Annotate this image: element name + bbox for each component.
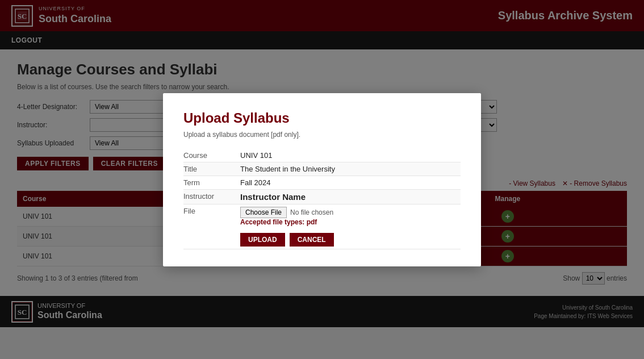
upload-syllabus-modal: Upload Syllabus Upload a syllabus docume…: [163, 93, 481, 266]
modal-course-value: UNIV 101: [240, 149, 461, 162]
modal-overlay: Upload Syllabus Upload a syllabus docume…: [0, 0, 644, 359]
accepted-file-types: Accepted file types: pdf: [240, 218, 461, 226]
modal-file-row: File Choose File No file chosen Accepted…: [183, 204, 461, 249]
choose-file-button[interactable]: Choose File: [240, 207, 287, 218]
upload-button[interactable]: UPLOAD: [240, 233, 285, 247]
file-no-chosen: No file chosen: [290, 208, 333, 216]
modal-file-cell: Choose File No file chosen Accepted file…: [240, 204, 461, 249]
modal-subtitle: Upload a syllabus document [pdf only].: [183, 131, 461, 139]
modal-course-row: Course UNIV 101: [183, 149, 461, 162]
modal-file-label: File: [183, 204, 240, 249]
modal-title: Upload Syllabus: [183, 110, 461, 126]
modal-title-value: The Student in the University: [240, 162, 461, 176]
modal-course-label: Course: [183, 149, 240, 162]
modal-term-label: Term: [183, 176, 240, 189]
modal-title-row: Title The Student in the University: [183, 162, 461, 176]
modal-title-label: Title: [183, 162, 240, 176]
modal-instructor-row: Instructor Instructor Name: [183, 189, 461, 204]
modal-instructor-label: Instructor: [183, 189, 240, 204]
cancel-button[interactable]: CANCEL: [290, 233, 334, 247]
modal-info-table: Course UNIV 101 Title The Student in the…: [183, 149, 461, 249]
modal-term-value: Fall 2024: [240, 176, 461, 189]
modal-instructor-value: Instructor Name: [240, 189, 461, 204]
file-input-row: Choose File No file chosen: [240, 207, 461, 218]
modal-action-buttons: UPLOAD CANCEL: [240, 233, 461, 247]
modal-term-row: Term Fall 2024: [183, 176, 461, 189]
